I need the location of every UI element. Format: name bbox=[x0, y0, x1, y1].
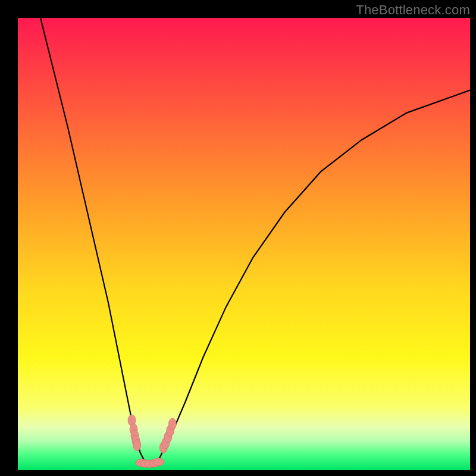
marker-right bbox=[168, 418, 176, 430]
plot-area bbox=[18, 18, 470, 470]
marker-left bbox=[133, 440, 141, 451]
marker-bottom bbox=[153, 458, 164, 466]
chart-frame: TheBottleneck.com bbox=[0, 0, 476, 476]
watermark-text: TheBottleneck.com bbox=[356, 2, 470, 18]
chart-svg bbox=[18, 18, 470, 470]
gradient-background bbox=[18, 18, 470, 470]
